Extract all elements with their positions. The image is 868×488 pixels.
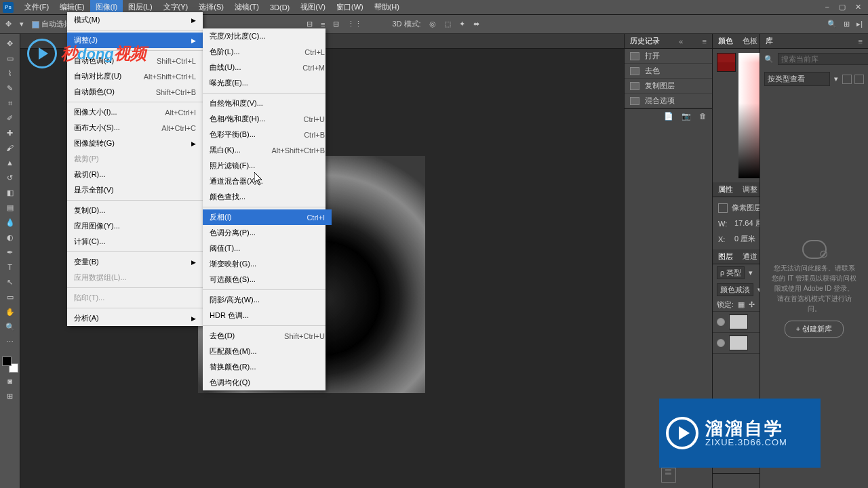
menu-item[interactable]: 色阶(L)...Ctrl+L <box>203 44 332 60</box>
healing-tool[interactable]: ✚ <box>2 126 18 140</box>
libs-search-input[interactable] <box>778 53 868 65</box>
menu-item[interactable]: 可选颜色(S)... <box>203 272 332 287</box>
menu-item[interactable]: 阴影/高光(W)... <box>203 292 332 308</box>
menu-item[interactable]: 显示全部(V) <box>67 182 203 198</box>
visibility-icon[interactable] <box>717 339 725 347</box>
channels-tab[interactable]: 通道 <box>743 251 757 262</box>
color-swatch[interactable] <box>717 53 736 72</box>
color-wells[interactable] <box>2 357 18 373</box>
menu-item[interactable]: 色彩平衡(B)...Ctrl+B <box>203 127 332 142</box>
layer-kind-filter[interactable]: ρ 类型 <box>717 266 745 279</box>
move-tool[interactable]: ✥ <box>2 37 18 50</box>
menu-item[interactable]: 调整(J)▶ <box>67 33 203 48</box>
minimize-button[interactable]: − <box>825 3 829 12</box>
hand-tool[interactable]: ✋ <box>2 305 18 319</box>
align-left-icon[interactable]: ⊟ <box>307 20 313 28</box>
arrange-icon[interactable]: ⊞ <box>844 20 850 28</box>
menu-item[interactable]: 自动色调(N)Shift+Ctrl+L <box>67 53 203 68</box>
menu-file[interactable]: 文件(F) <box>19 0 54 15</box>
tool-preset-icon[interactable]: ▾ <box>20 20 24 28</box>
zoom-tool[interactable]: 🔍 <box>2 320 18 333</box>
lock-pixels-icon[interactable]: ▦ <box>738 300 745 309</box>
path-tool[interactable]: ↖ <box>2 275 18 289</box>
menu-item[interactable]: 色调均化(Q) <box>203 375 332 390</box>
list-view-icon[interactable] <box>854 75 864 84</box>
trash-icon[interactable]: 🗑 <box>699 112 707 121</box>
menu-view[interactable]: 视图(V) <box>295 0 331 15</box>
history-brush-tool[interactable]: ↺ <box>2 171 18 184</box>
menu-item[interactable]: 自动颜色(O)Shift+Ctrl+B <box>67 84 203 100</box>
menu-item[interactable]: 渐变映射(G)... <box>203 256 332 272</box>
type-tool[interactable]: T <box>2 260 18 274</box>
history-item[interactable]: 打开 <box>625 49 712 64</box>
menu-item[interactable]: 亮度/对比度(C)... <box>203 28 332 44</box>
libs-tab[interactable]: 库 <box>766 36 773 46</box>
menu-item[interactable]: HDR 色调... <box>203 308 332 323</box>
history-item[interactable]: 复制图层 <box>625 79 712 94</box>
stamp-tool[interactable]: ▲ <box>2 156 18 169</box>
align-center-icon[interactable]: ≡ <box>321 20 325 28</box>
3d-icon-1[interactable]: ◎ <box>429 20 436 28</box>
visibility-icon[interactable] <box>717 318 725 326</box>
history-collapse-icon[interactable]: « <box>679 37 683 45</box>
filter-chev-icon[interactable]: ▾ <box>749 268 753 277</box>
swatches-tab[interactable]: 色板 <box>743 36 757 46</box>
3d-icon-4[interactable]: ⬌ <box>473 20 479 28</box>
distribute-icon[interactable]: ⋮⋮ <box>347 20 362 28</box>
menu-item[interactable]: 色调分离(P)... <box>203 225 332 241</box>
x-value[interactable]: 0 厘米 <box>734 234 755 244</box>
close-button[interactable]: ✕ <box>855 3 861 12</box>
marquee-tool[interactable]: ▭ <box>2 52 18 65</box>
menu-filter[interactable]: 滤镜(T) <box>229 0 264 15</box>
menu-item[interactable]: 反相(I)Ctrl+I <box>203 209 332 225</box>
menu-item[interactable]: 应用图像(Y)... <box>67 218 203 234</box>
menu-item[interactable]: 阈值(T)... <box>203 241 332 256</box>
menu-item[interactable]: 变量(B)▶ <box>67 254 203 270</box>
libs-view-select[interactable]: 按类型查看 <box>764 72 830 86</box>
menu-item[interactable]: 去色(D)Shift+Ctrl+U <box>203 328 332 344</box>
adjustments-tab[interactable]: 调整 <box>743 184 757 195</box>
layer-thumb[interactable] <box>729 314 748 329</box>
screenmode-tool[interactable]: ⊞ <box>2 389 18 403</box>
search-icon[interactable]: 🔍 <box>827 20 837 28</box>
menu-item[interactable]: 图像旋转(G)▶ <box>67 136 203 151</box>
menu-item[interactable]: 曝光度(E)... <box>203 75 332 91</box>
menu-item[interactable]: 照片滤镜(F)... <box>203 158 332 174</box>
menu-item[interactable]: 模式(M)▶ <box>67 12 203 28</box>
maximize-button[interactable]: ▢ <box>839 3 846 12</box>
menu-item[interactable]: 分析(A)▶ <box>67 310 203 326</box>
quick-select-tool[interactable]: ✎ <box>2 81 18 95</box>
menu-item[interactable]: 替换颜色(R)... <box>203 359 332 375</box>
menu-help[interactable]: 帮助(H) <box>369 0 405 15</box>
blur-tool[interactable]: 💧 <box>2 216 18 229</box>
camera-icon[interactable]: 📷 <box>682 112 691 121</box>
menu-item[interactable]: 计算(C)... <box>67 234 203 249</box>
menu-item[interactable]: 黑白(K)...Alt+Shift+Ctrl+B <box>203 142 332 158</box>
lasso-tool[interactable]: ⌇ <box>2 66 18 80</box>
brush-tool[interactable]: 🖌 <box>2 141 18 155</box>
properties-tab[interactable]: 属性 <box>718 184 733 195</box>
lock-position-icon[interactable]: ✢ <box>749 300 755 309</box>
menu-item[interactable]: 匹配颜色(M)... <box>203 344 332 359</box>
layers-tab[interactable]: 图层 <box>718 251 733 262</box>
dodge-tool[interactable]: ◐ <box>2 230 18 244</box>
3d-icon-2[interactable]: ⬚ <box>444 20 451 28</box>
blend-mode-select[interactable]: 颜色减淡 <box>717 283 753 296</box>
3d-icon-3[interactable]: ✦ <box>459 20 465 28</box>
quickmask-tool[interactable]: ◙ <box>2 374 18 388</box>
eyedropper-tool[interactable]: ✐ <box>2 111 18 125</box>
panel-vert-icon[interactable]: 𝄚 <box>661 468 676 483</box>
align-right-icon[interactable]: ⊟ <box>333 20 339 28</box>
edit-toolbar[interactable]: ⋯ <box>2 335 18 348</box>
create-library-button[interactable]: + 创建新库 <box>785 321 844 338</box>
menu-item[interactable]: 画布大小(S)...Alt+Ctrl+C <box>67 120 203 136</box>
libs-menu-icon[interactable]: ≡ <box>859 37 863 45</box>
layer-thumb[interactable] <box>729 336 748 350</box>
history-item[interactable]: 去色 <box>625 64 712 79</box>
menu-item[interactable]: 颜色查找... <box>203 189 332 205</box>
grid-view-icon[interactable] <box>842 75 852 84</box>
history-tab[interactable]: 历史记录 <box>630 36 660 46</box>
fg-color[interactable] <box>2 357 12 366</box>
new-snapshot-icon[interactable]: 📄 <box>664 112 673 121</box>
shape-tool[interactable]: ▭ <box>2 290 18 304</box>
